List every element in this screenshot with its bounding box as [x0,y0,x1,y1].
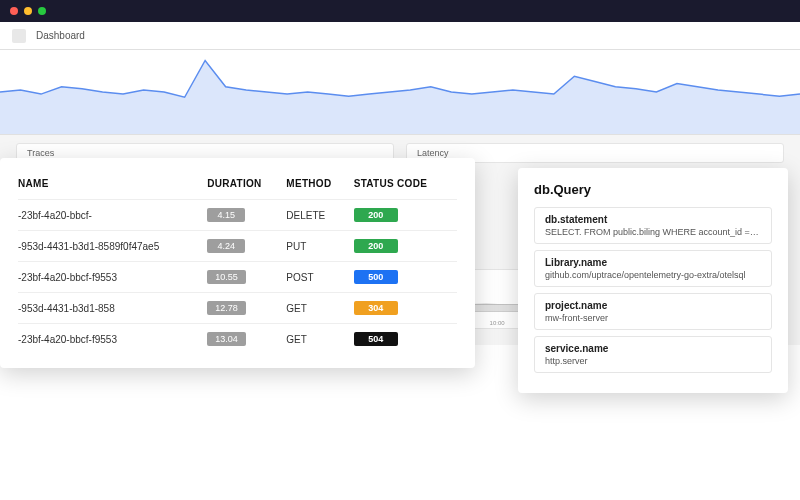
detail-value: SELECT. FROM public.biling WHERE account… [545,227,761,237]
main-chart-svg [0,50,800,134]
trace-status: 500 [354,262,457,293]
trace-method: GET [286,324,353,355]
header-bar: Dashboard [0,22,800,50]
trace-status: 304 [354,293,457,324]
col-name[interactable]: NAME [18,172,207,200]
trace-method: POST [286,262,353,293]
trace-name: -23bf-4a20-bbcf-f9553 [18,324,207,355]
detail-title: db.Query [534,182,772,197]
page-title: Dashboard [36,30,85,41]
trace-duration: 13.04 [207,324,286,355]
detail-item[interactable]: Library.namegithub.com/uptrace/opentelem… [534,250,772,287]
detail-item[interactable]: db.statementSELECT. FROM public.biling W… [534,207,772,244]
trace-name: -23bf-4a20-bbcf- [18,200,207,231]
trace-status: 504 [354,324,457,355]
main-chart[interactable] [0,50,800,135]
col-status[interactable]: STATUS CODE [354,172,457,200]
trace-duration: 4.15 [207,200,286,231]
trace-name: -23bf-4a20-bbcf-f9553 [18,262,207,293]
trace-duration: 4.24 [207,231,286,262]
detail-item[interactable]: service.namehttp.server [534,336,772,373]
traces-panel: NAME DURATION METHOD STATUS CODE -23bf-4… [0,158,475,368]
minimize-icon[interactable] [24,7,32,15]
trace-status: 200 [354,200,457,231]
trace-name: -953d-4431-b3d1-8589f0f47ae5 [18,231,207,262]
col-duration[interactable]: DURATION [207,172,286,200]
table-row[interactable]: -23bf-4a20-bbcf-f955310.55POST500 [18,262,457,293]
table-row[interactable]: -23bf-4a20-bbcf-f955313.04GET504 [18,324,457,355]
menu-icon[interactable] [12,29,26,43]
detail-value: github.com/uptrace/opentelemetry-go-extr… [545,270,761,280]
detail-label: project.name [545,300,761,311]
detail-label: db.statement [545,214,761,225]
detail-label: Library.name [545,257,761,268]
detail-value: http.server [545,356,761,366]
close-icon[interactable] [10,7,18,15]
table-row[interactable]: -953d-4431-b3d1-8589f0f47ae54.24PUT200 [18,231,457,262]
titlebar [0,0,800,22]
trace-method: DELETE [286,200,353,231]
detail-panel: db.Query db.statementSELECT. FROM public… [518,168,788,393]
trace-status: 200 [354,231,457,262]
trace-method: GET [286,293,353,324]
trace-duration: 10.55 [207,262,286,293]
col-method[interactable]: METHOD [286,172,353,200]
maximize-icon[interactable] [38,7,46,15]
detail-label: service.name [545,343,761,354]
table-row[interactable]: -953d-4431-b3d1-85812.78GET304 [18,293,457,324]
traces-table: NAME DURATION METHOD STATUS CODE -23bf-4… [18,172,457,354]
trace-duration: 12.78 [207,293,286,324]
trace-method: PUT [286,231,353,262]
table-row[interactable]: -23bf-4a20-bbcf-4.15DELETE200 [18,200,457,231]
detail-value: mw-front-server [545,313,761,323]
detail-item[interactable]: project.namemw-front-server [534,293,772,330]
trace-name: -953d-4431-b3d1-858 [18,293,207,324]
